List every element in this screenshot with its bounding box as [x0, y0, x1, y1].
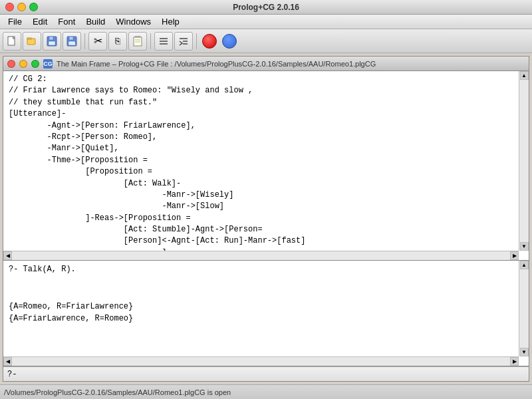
status-text: /Volumes/PrologPlusCG-2.0.16/Samples/AAU…: [4, 388, 231, 396]
open-button[interactable]: [23, 32, 41, 51]
menu-font[interactable]: Font: [53, 15, 80, 28]
scroll-down-arrow[interactable]: ▼: [520, 242, 529, 251]
output-scrollbar[interactable]: ▲ ▼: [519, 261, 529, 356]
save-button[interactable]: [43, 32, 61, 51]
menu-file[interactable]: File: [3, 15, 27, 28]
separator-3: [196, 33, 197, 49]
output-scroll-up[interactable]: ▲: [520, 261, 529, 269]
window-controls[interactable]: [5, 3, 38, 11]
maximize-button[interactable]: [29, 3, 38, 11]
hscroll-right-arrow[interactable]: ▶: [510, 251, 519, 260]
input-prompt: ?-: [7, 370, 17, 379]
output-hscroll-left[interactable]: ◀: [3, 357, 12, 366]
copy-button[interactable]: ⎘: [108, 32, 127, 51]
title-bar: Prolog+CG 2.0.16: [0, 0, 532, 15]
output-hscroll-right[interactable]: ▶: [510, 357, 519, 366]
minimize-button[interactable]: [17, 3, 26, 11]
output-pane: ?- Talk(A, R). {A=Romeo, R=FriarLawrence…: [3, 261, 529, 366]
close-button[interactable]: [5, 3, 14, 11]
cut-button[interactable]: ✂: [88, 32, 107, 51]
svg-rect-2: [27, 38, 31, 39]
bottom-input-wrapper: ?-: [3, 366, 529, 381]
save-as-button[interactable]: +: [63, 32, 81, 51]
output-scroll-down[interactable]: ▼: [520, 348, 529, 356]
stop-button[interactable]: [200, 32, 219, 51]
editor-hscroll[interactable]: ◀ ▶: [3, 251, 519, 260]
output-hscroll-track[interactable]: [12, 357, 510, 366]
separator-2: [150, 33, 151, 49]
status-bar: /Volumes/PrologPlusCG-2.0.16/Samples/AAU…: [0, 384, 532, 399]
input-field[interactable]: [18, 370, 525, 379]
menu-windows[interactable]: Windows: [110, 15, 156, 28]
inner-close-btn[interactable]: [7, 60, 15, 68]
editor-pane: // CG 2: // Friar Lawrence says to Romeo…: [3, 71, 529, 261]
menu-bar: File Edit Font Build Windows Help: [0, 15, 532, 29]
indent-button[interactable]: [174, 32, 193, 51]
input-bar[interactable]: ?-: [3, 366, 529, 381]
toolbar: + ✂ ⎘: [0, 29, 532, 53]
inner-window-title: The Main Frame – Prolog+CG File : /Volum…: [57, 60, 376, 68]
svg-rect-4: [49, 37, 53, 40]
svg-rect-5: [49, 41, 55, 45]
menu-edit[interactable]: Edit: [27, 15, 53, 28]
new-button[interactable]: [3, 32, 21, 51]
separator-1: [84, 33, 85, 49]
inner-min-btn[interactable]: [19, 60, 27, 68]
hscroll-left-arrow[interactable]: ◀: [3, 251, 12, 260]
run-button[interactable]: [220, 32, 239, 51]
output-scroll-track[interactable]: [520, 269, 529, 348]
svg-rect-7: [69, 37, 73, 40]
editor-content[interactable]: // CG 2: // Friar Lawrence says to Romeo…: [3, 71, 529, 260]
svg-text:+: +: [73, 42, 76, 47]
scroll-track[interactable]: [520, 80, 529, 242]
output-content[interactable]: ?- Talk(A, R). {A=Romeo, R=FriarLawrence…: [3, 261, 529, 334]
output-hscroll[interactable]: ◀ ▶: [3, 356, 519, 366]
file-icon: CG: [43, 59, 53, 68]
app-title: Prolog+CG 2.0.16: [233, 3, 299, 12]
menu-build[interactable]: Build: [80, 15, 110, 28]
scroll-up-arrow[interactable]: ▲: [520, 71, 529, 80]
paste-button[interactable]: [128, 32, 147, 51]
panes-container: // CG 2: // Friar Lawrence says to Romeo…: [3, 71, 529, 381]
editor-scrollbar[interactable]: ▲ ▼: [519, 71, 529, 251]
menu-help[interactable]: Help: [156, 15, 185, 28]
align-button[interactable]: [154, 32, 173, 51]
main-frame-window: CG The Main Frame – Prolog+CG File : /Vo…: [3, 56, 529, 382]
hscroll-track[interactable]: [12, 251, 510, 260]
inner-title-bar: CG The Main Frame – Prolog+CG File : /Vo…: [3, 57, 529, 71]
inner-max-btn[interactable]: [31, 60, 39, 68]
